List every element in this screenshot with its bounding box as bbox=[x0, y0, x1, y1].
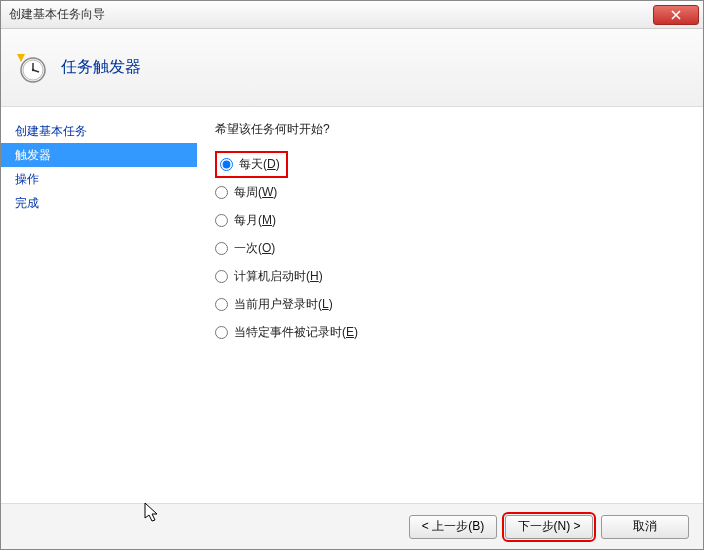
cancel-button[interactable]: 取消 bbox=[601, 515, 689, 539]
window-title: 创建基本任务向导 bbox=[9, 6, 105, 23]
option-monthly-label: 每月(M) bbox=[234, 212, 276, 229]
sidebar-item-trigger[interactable]: 触发器 bbox=[1, 143, 197, 167]
wizard-step-title: 任务触发器 bbox=[61, 57, 141, 78]
option-logon-radio[interactable] bbox=[215, 298, 228, 311]
option-weekly-label: 每周(W) bbox=[234, 184, 277, 201]
wizard-body: 创建基本任务 触发器 操作 完成 希望该任务何时开始? 每天(D) 每周(W) … bbox=[1, 107, 703, 503]
option-daily-row: 每天(D) bbox=[215, 150, 703, 178]
option-startup-radio[interactable] bbox=[215, 270, 228, 283]
close-icon bbox=[671, 10, 681, 20]
option-daily-radio[interactable] bbox=[220, 158, 233, 171]
wizard-footer: < 上一步(B) 下一步(N) > 取消 bbox=[1, 503, 703, 549]
wizard-content: 希望该任务何时开始? 每天(D) 每周(W) 每月(M) 一次(O) bbox=[197, 107, 703, 503]
trigger-prompt: 希望该任务何时开始? bbox=[215, 121, 703, 138]
wizard-window: 创建基本任务向导 任务触发器 创建基本任务 触发器 操作 完成 bbox=[0, 0, 704, 550]
option-event-radio[interactable] bbox=[215, 326, 228, 339]
option-monthly-row: 每月(M) bbox=[215, 206, 703, 234]
option-daily-label: 每天(D) bbox=[239, 156, 280, 173]
sidebar-item-finish[interactable]: 完成 bbox=[1, 191, 197, 215]
option-event-label: 当特定事件被记录时(E) bbox=[234, 324, 358, 341]
option-monthly-radio[interactable] bbox=[215, 214, 228, 227]
sidebar-item-create[interactable]: 创建基本任务 bbox=[1, 119, 197, 143]
option-event-row: 当特定事件被记录时(E) bbox=[215, 318, 703, 346]
option-once-row: 一次(O) bbox=[215, 234, 703, 262]
option-logon-label: 当前用户登录时(L) bbox=[234, 296, 333, 313]
option-startup-row: 计算机启动时(H) bbox=[215, 262, 703, 290]
option-once-label: 一次(O) bbox=[234, 240, 275, 257]
svg-marker-0 bbox=[17, 54, 25, 62]
option-logon-row: 当前用户登录时(L) bbox=[215, 290, 703, 318]
svg-point-5 bbox=[32, 68, 34, 70]
wizard-sidebar: 创建基本任务 触发器 操作 完成 bbox=[1, 107, 197, 503]
option-startup-label: 计算机启动时(H) bbox=[234, 268, 323, 285]
option-weekly-row: 每周(W) bbox=[215, 178, 703, 206]
option-weekly-radio[interactable] bbox=[215, 186, 228, 199]
option-once-radio[interactable] bbox=[215, 242, 228, 255]
option-daily-highlight: 每天(D) bbox=[215, 151, 288, 178]
titlebar: 创建基本任务向导 bbox=[1, 1, 703, 29]
close-button[interactable] bbox=[653, 5, 699, 25]
task-clock-icon bbox=[15, 52, 47, 84]
back-button[interactable]: < 上一步(B) bbox=[409, 515, 497, 539]
next-button[interactable]: 下一步(N) > bbox=[505, 515, 593, 539]
sidebar-item-action[interactable]: 操作 bbox=[1, 167, 197, 191]
wizard-header: 任务触发器 bbox=[1, 29, 703, 107]
